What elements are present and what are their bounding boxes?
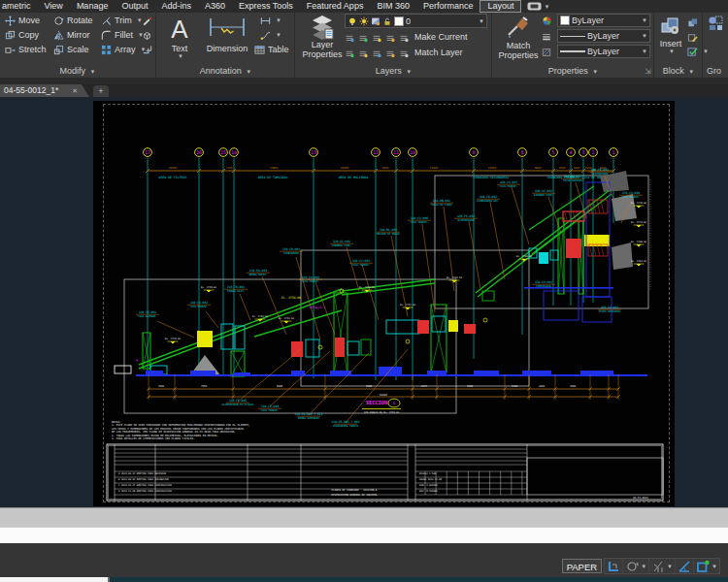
panel-title-group[interactable]: Gro (704, 65, 728, 78)
svg-text:6900: 6900 (277, 385, 283, 388)
stretch-button[interactable]: Stretch (5, 44, 47, 56)
group-button[interactable] (707, 16, 724, 29)
panel-modify: Move Copy Stretch Rotate Mirror Scale Tr… (0, 13, 156, 78)
insert-button[interactable]: Insert▼ (657, 16, 684, 54)
ribbon-tab-addins[interactable]: Add-ins (154, 0, 198, 13)
dynamic-input-icon[interactable]: ▼ (622, 559, 648, 573)
ribbon-tab-parametric[interactable]: ametric (0, 0, 38, 13)
taskbar-app-button[interactable] (0, 577, 110, 582)
svg-text:8575: 8575 (421, 385, 428, 388)
dimension-button[interactable]: Dimension (198, 16, 256, 53)
svg-text:7048: 7048 (158, 385, 165, 388)
panel-title-modify[interactable]: Modify ▼ (0, 65, 155, 78)
edit-attributes-button[interactable] (687, 31, 698, 44)
match-layer-icon[interactable] (399, 48, 409, 58)
svg-text:COMPRESORA: COMPRESORA (536, 285, 551, 288)
hatch-button[interactable] (542, 46, 551, 58)
trim-button[interactable]: Trim▼ (101, 15, 143, 27)
svg-text:EL. 4768.00: EL. 4768.00 (631, 241, 646, 243)
scale-button[interactable]: Scale (53, 44, 89, 56)
linetype-dropdown[interactable]: ByLayer ▼ (557, 29, 650, 43)
svg-text:0 2019-11-08 EMITIDO PARA CO: 0 2019-11-08 EMITIDO PARA CONSTRUCCION (118, 490, 172, 493)
leader-button[interactable]: ▼ (260, 29, 281, 42)
make-current-button[interactable]: Make Current (414, 31, 468, 44)
layer-properties-button[interactable]: Layer Properties (302, 15, 343, 59)
layer-on-all-icon[interactable] (372, 48, 381, 58)
svg-text:FAJA TRANSP.: FAJA TRANSP. (622, 196, 641, 199)
panel-title-annotation[interactable]: Annotation ▼ (157, 65, 294, 78)
ribbon-tab-express-tools[interactable]: Express Tools (232, 0, 300, 13)
text-button[interactable]: A Text▼ (165, 15, 194, 59)
create-block-icon (687, 17, 698, 28)
ribbon-tab-a360[interactable]: A360 (198, 0, 232, 13)
snap-mode-icon[interactable] (605, 559, 622, 573)
horizontal-scrollbar[interactable] (0, 507, 728, 527)
new-tab-button[interactable]: + (93, 85, 109, 97)
layer-unlock2-icon[interactable] (385, 48, 395, 58)
mirror-button[interactable]: Mirror (53, 29, 90, 42)
panel-launcher-icon[interactable]: ⇲ (645, 67, 651, 77)
layer-lock-icon[interactable] (385, 33, 395, 43)
svg-text:470-CV-008: 470-CV-008 (622, 191, 640, 195)
table-button[interactable]: Table (254, 44, 289, 56)
attribute-check-icon (687, 47, 698, 57)
layout-viewport[interactable]: 1716151413121110985432120000715014850200… (0, 97, 728, 507)
match-layer-button[interactable]: Match Layer (414, 47, 463, 59)
svg-text:14850: 14850 (270, 166, 279, 170)
move-button[interactable]: Move (5, 15, 40, 27)
ribbon-tab-output[interactable]: Output (115, 0, 154, 13)
svg-text:310-PU-010 Y 011: 310-PU-010 Y 011 (295, 412, 323, 416)
make-current-icon[interactable] (399, 33, 409, 43)
command-line[interactable] (0, 527, 728, 543)
ribbon-tab-layout[interactable]: Layout (480, 0, 521, 13)
layer-off-icon[interactable] (372, 33, 381, 43)
isometric-drafting-icon[interactable]: ▼ (648, 559, 675, 573)
paper-space-button[interactable]: PAPER (562, 559, 603, 573)
svg-text:17: 17 (145, 149, 150, 155)
ribbon-tab-bim360[interactable]: BIM 360 (370, 0, 416, 13)
svg-text:320-SC-001: 320-SC-001 (333, 240, 350, 243)
match-properties-button[interactable]: Match Properties (497, 15, 540, 60)
annotation-visibility-icon[interactable]: ▼ (693, 559, 719, 573)
panel-properties: Match Properties ByLayer ▼ ByLayer ▼ ByL… (493, 13, 654, 78)
layer-thaw-all-icon[interactable] (358, 48, 368, 58)
offset-button[interactable] (142, 44, 152, 56)
array-button[interactable]: Array▼ (101, 44, 146, 56)
erase-button[interactable] (142, 15, 152, 27)
annotation-angle-icon[interactable] (675, 559, 693, 573)
fillet-button[interactable]: Fillet▼ (101, 29, 144, 42)
svg-text:DIB. J.QUISPE: DIB. J.QUISPE (419, 484, 438, 487)
layer-freeze-icon[interactable] (358, 33, 368, 43)
drawing-canvas[interactable]: 1716151413121110985432120000715014850200… (0, 97, 728, 507)
object-color-dropdown[interactable]: ByLayer ▼ (557, 14, 650, 27)
svg-text:FECHA 2019-11-08: FECHA 2019-11-08 (419, 478, 443, 481)
layer-dropdown[interactable]: 0 ▼ (345, 14, 487, 28)
ribbon-tab-performance[interactable]: Performance (416, 0, 480, 13)
lineweight-dropdown[interactable]: ByLayer ▼ (557, 45, 650, 58)
panel-title-properties[interactable]: Properties ▼ (493, 65, 653, 78)
color-wheel-button[interactable] (542, 15, 552, 27)
ribbon-tab-featured-apps[interactable]: Featured Apps (300, 0, 371, 13)
svg-text:A 2019-06-14 EMITIDO PARA RE: A 2019-06-14 EMITIDO PARA REVISION (118, 472, 166, 475)
svg-text:3200: 3200 (574, 166, 580, 170)
linetype-list-button[interactable] (542, 30, 551, 43)
svg-text:8: 8 (520, 149, 523, 155)
svg-text:340-CV-006: 340-CV-006 (411, 216, 428, 220)
svg-text:EL. 4752.50: EL. 4752.50 (252, 315, 268, 318)
close-icon[interactable]: ✕ (72, 84, 78, 97)
viewport-controls-icon[interactable] (527, 2, 542, 11)
create-block-button[interactable] (687, 16, 698, 29)
rotate-button[interactable]: Rotate (53, 15, 93, 27)
svg-text:440-SC-002: 440-SC-002 (535, 189, 552, 193)
svg-text:C 2019-09-27 EMITIDO PARA CO: C 2019-09-27 EMITIDO PARA CONSTRUCCION (118, 484, 172, 487)
layer-unisolate-icon[interactable] (345, 48, 354, 58)
ribbon-tab-view[interactable]: View (38, 0, 70, 13)
linear-dimension-button[interactable]: ▼ (260, 15, 281, 27)
explode-button[interactable] (142, 29, 152, 42)
file-tab-active[interactable]: 04-55-0012_1* ✕ (0, 84, 89, 97)
layer-isolate-icon[interactable] (345, 33, 354, 43)
panel-title-layers[interactable]: Layers ▼ (296, 65, 491, 78)
panel-title-block[interactable]: Block ▼ (655, 65, 702, 78)
ribbon-tab-manage[interactable]: Manage (70, 0, 116, 13)
copy-button[interactable]: Copy (5, 29, 39, 42)
